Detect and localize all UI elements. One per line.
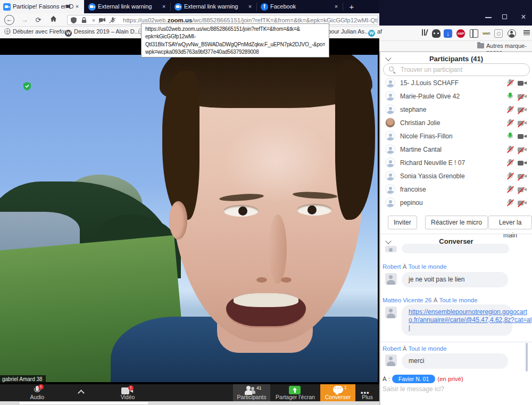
mic-muted-icon: [507, 79, 513, 87]
library-icon[interactable]: [421, 29, 429, 38]
minimize-icon[interactable]: [485, 17, 492, 18]
message-input[interactable]: Saisir le message ici?: [383, 385, 444, 393]
restore-icon[interactable]: [502, 14, 507, 19]
participant-row[interactable]: 15- J.Louis SCHAFF: [380, 77, 532, 90]
tab-external-warning-1[interactable]: External link warning ×: [85, 0, 171, 13]
adblock-icon[interactable]: ABP: [456, 29, 465, 38]
mic-muted-icon: [507, 199, 513, 207]
chat-bubble: je ne voit pas le lien: [402, 272, 508, 287]
participant-search[interactable]: [383, 63, 530, 76]
chat-link[interactable]: o.fr/annuaire#/carte/@45.47,4.62,8z?cat=…: [409, 316, 505, 324]
permissions-icon[interactable]: ≡: [90, 17, 97, 24]
audio-button[interactable]: ! Audio: [21, 384, 53, 401]
close-tab-icon[interactable]: ×: [246, 3, 254, 10]
bookmark-item[interactable]: pour Julian As...: [328, 28, 369, 35]
chat-link[interactable]: l: [409, 324, 505, 332]
close-icon[interactable]: ×: [518, 12, 529, 22]
participant-name-tag: gabriel Amard 38: [0, 375, 46, 384]
chat-bubble: https://ensemblepournotreregion.gogocart…: [402, 304, 512, 336]
close-tab-icon[interactable]: ×: [73, 3, 81, 10]
unmute-button[interactable]: Réactiver le micro: [425, 216, 488, 229]
bookmark-item[interactable]: Débuter avec Firefox: [4, 28, 67, 35]
chat-scrollbar[interactable]: [526, 343, 528, 371]
share-screen-label: Partager l'écran: [270, 394, 320, 400]
chat-recipient-row: À :Favier N. 01(en privé): [383, 375, 463, 383]
bookmark-item[interactable]: WDessins 2019 – Alain D...: [65, 28, 139, 37]
tab-title: External link warning: [184, 3, 239, 10]
sidebar-icon[interactable]: [470, 29, 478, 38]
to-word: À: [403, 345, 407, 352]
video-button[interactable]: ! Vidéo: [111, 384, 145, 401]
security-shield-icon[interactable]: [23, 82, 31, 93]
reload-icon[interactable]: ⟳: [33, 15, 44, 25]
raise-hand-button[interactable]: Lever la main: [488, 216, 532, 229]
to-label: À :: [383, 376, 390, 382]
globe-icon: [4, 28, 11, 35]
participant-row[interactable]: Nicole Finas-Fillon: [380, 130, 532, 143]
nostril: [256, 277, 267, 283]
invite-button[interactable]: Inviter: [388, 216, 417, 229]
tab-external-warning-2[interactable]: External link warning ×: [171, 0, 257, 13]
menu-icon[interactable]: [522, 29, 531, 38]
audio-alert-badge: !: [38, 384, 44, 390]
download-icon[interactable]: ↓: [444, 29, 452, 38]
mic-muted-icon: [507, 106, 513, 114]
eye: [223, 205, 259, 217]
mic-muted-icon: [507, 172, 513, 180]
scrollbar-thumb[interactable]: [19, 401, 149, 405]
mic-muted-icon: [507, 186, 513, 194]
chat-link[interactable]: https://ensemblepournotreregion.gogocart: [409, 308, 505, 316]
participant-row[interactable]: pepinou: [380, 196, 532, 210]
speaker-hair: [162, 71, 200, 220]
sender-name: Robert: [383, 345, 401, 352]
more-button[interactable]: ••• Plus: [355, 384, 379, 401]
participant-row[interactable]: stephane: [380, 103, 532, 117]
tab-audio-icon[interactable]: [66, 3, 72, 10]
chat-sender-line: Robert À Tout le monde: [383, 345, 447, 352]
participant-row[interactable]: Marie-Paule Olive 42: [380, 90, 532, 103]
new-tab-button[interactable]: +: [346, 1, 358, 13]
camera-off-icon: [518, 173, 527, 179]
mic-blocked-icon[interactable]: [109, 17, 116, 24]
video-label: Vidéo: [111, 394, 145, 400]
tracking-shield-icon[interactable]: [70, 17, 77, 24]
close-tab-icon[interactable]: ×: [160, 3, 168, 10]
close-tab-icon[interactable]: ×: [332, 3, 340, 10]
lock-icon[interactable]: [80, 17, 87, 24]
tab-facebook[interactable]: f Facebook ×: [257, 0, 343, 13]
participant-row[interactable]: Richard Neuville E ! 07: [380, 156, 532, 170]
participant-row[interactable]: Sonia Yassia Grenoble: [380, 170, 532, 183]
share-screen-button[interactable]: Partager l'écran: [270, 384, 320, 401]
horizontal-scrollbar[interactable]: [0, 401, 379, 405]
avatar: [385, 144, 395, 154]
back-icon[interactable]: ←: [4, 15, 14, 25]
wwd-extension-icon[interactable]: WWD: [482, 29, 491, 38]
home-icon[interactable]: [48, 15, 59, 25]
forward-icon[interactable]: →: [19, 15, 30, 25]
recipient-name: Tout le monde: [408, 263, 446, 270]
zoom-side-panel: Participants (41) 15- J.Louis SCHAFF Mar…: [379, 52, 532, 405]
to-word: À: [403, 263, 407, 270]
screenshot-extension-icon[interactable]: [494, 29, 503, 38]
extension-icon[interactable]: [432, 29, 440, 38]
chat-icon: [333, 386, 343, 393]
tab-meeting[interactable]: Participe! Faisons ensemble ×: [0, 0, 84, 13]
participants-title: Participants (41): [380, 55, 532, 63]
audio-options-icon[interactable]: [78, 390, 85, 396]
account-icon[interactable]: [508, 29, 516, 38]
participant-row[interactable]: Christian Jolie: [380, 117, 532, 130]
search-input[interactable]: [400, 65, 522, 75]
participants-button[interactable]: 41 Participants: [233, 384, 270, 401]
bookmark-item[interactable]: Waf: [368, 28, 382, 37]
participant-row[interactable]: francoise: [380, 183, 532, 196]
recipient-pill[interactable]: Favier N. 01: [392, 375, 435, 383]
chat-button[interactable]: 1 Converser: [320, 384, 355, 401]
wordpress-icon: W: [368, 30, 375, 37]
participant-row[interactable]: Martine Cantal: [380, 143, 532, 156]
camera-blocked-icon[interactable]: [98, 17, 105, 24]
avatar: [385, 171, 395, 181]
tab-title: Participe! Faisons ensemble: [13, 3, 66, 10]
avatar: [385, 91, 395, 101]
mic-on-icon: [507, 133, 513, 140]
nose: [269, 214, 287, 284]
